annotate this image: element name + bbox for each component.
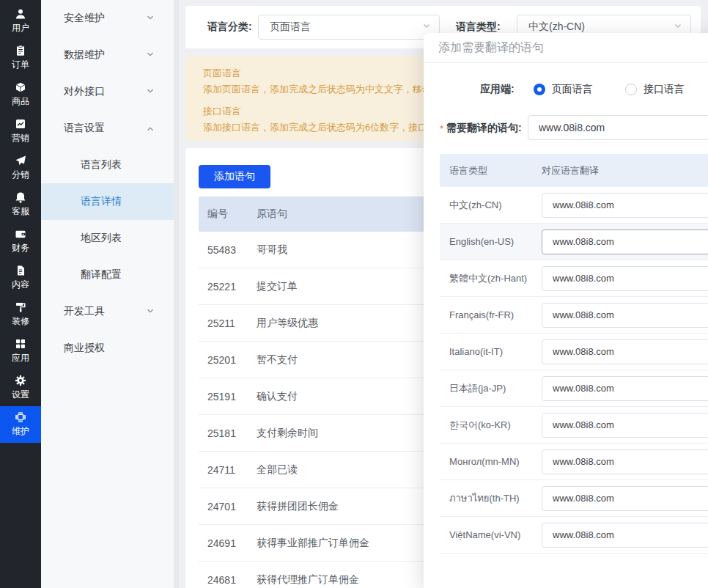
translation-input-繁體中文(zh-Hant)[interactable]: [542, 266, 708, 291]
radio-api-language[interactable]: 接口语言: [625, 83, 685, 96]
translation-input-ViệtName(vi-VN)[interactable]: [542, 523, 708, 548]
statement-text: 暂不支付: [257, 353, 298, 367]
menu-item-label: 商业授权: [64, 342, 105, 355]
language-row: ViệtName(vi-VN): [440, 517, 708, 554]
app-nav-label: 财务: [12, 242, 29, 254]
radio-page-language[interactable]: 页面语言: [534, 83, 593, 96]
translation-input-한국어(ko-KR)[interactable]: [542, 413, 708, 438]
menu-item-label: 地区列表: [81, 232, 122, 245]
statement-id: 24701: [199, 501, 257, 512]
column-header-id: 编号: [199, 207, 257, 221]
app-nav-finance[interactable]: 财务: [0, 223, 41, 260]
chevron-down-icon: [146, 12, 155, 24]
translation-table: 语言类型 对应语言翻译 中文(zh-CN)English(en-US)繁體中文(…: [440, 154, 708, 554]
statement-id: 24691: [199, 537, 257, 549]
app-nav-label: 商品: [12, 95, 29, 108]
service-bell-icon: [15, 191, 26, 203]
app-side-label: 应用端:: [480, 83, 515, 96]
app-nav-marketing[interactable]: 营销: [0, 113, 41, 150]
sidebar-item-翻译配置[interactable]: 翻译配置: [41, 257, 174, 293]
translation-input-日本語(ja-JP)[interactable]: [542, 376, 708, 401]
language-category-value: 页面语言: [270, 21, 311, 34]
app-nav-label: 设置: [12, 389, 29, 401]
app-nav-label: 内容: [12, 279, 29, 291]
app-nav-user[interactable]: 用户: [0, 3, 41, 40]
decorate-icon: [15, 301, 26, 313]
language-label: English(en-US): [440, 236, 542, 247]
radio-label: 页面语言: [552, 83, 593, 96]
app-nav-label: 应用: [12, 352, 29, 364]
language-category-select[interactable]: 页面语言: [258, 15, 440, 40]
statement-id: 25191: [199, 391, 257, 403]
language-row: Français(fr-FR): [440, 297, 708, 334]
app-nav-gear[interactable]: 设置: [0, 370, 41, 406]
app-nav-label: 营销: [12, 132, 29, 144]
app-nav-label: 订单: [12, 59, 29, 71]
sidebar-item-地区列表[interactable]: 地区列表: [41, 220, 174, 257]
add-statement-button[interactable]: 添加语句: [199, 165, 270, 188]
app-nav-chip[interactable]: 维护: [0, 406, 41, 443]
user-icon: [15, 8, 26, 20]
menu-item-label: 安全维护: [64, 12, 105, 25]
sidebar-item-商业授权[interactable]: 商业授权: [41, 330, 174, 367]
app-nav-decorate[interactable]: 装修: [0, 296, 41, 333]
sidebar-item-语言详情[interactable]: 语言详情: [41, 183, 174, 220]
statement-id: 55483: [199, 244, 257, 256]
sidebar-item-语言列表[interactable]: 语言列表: [41, 147, 174, 183]
sidebar-item-安全维护[interactable]: 安全维护: [41, 0, 174, 37]
language-label: Монгол(mn-MN): [440, 456, 542, 467]
app-side-row: 应用端: 页面语言 接口语言: [424, 76, 708, 103]
app-nav-distribution[interactable]: 分销: [0, 150, 41, 186]
language-label: Italiano(it-IT): [440, 346, 542, 357]
app-nav-apps[interactable]: 应用: [0, 333, 41, 370]
radio-unselected-icon: [625, 84, 637, 95]
menu-item-label: 对外接口: [64, 85, 105, 98]
required-asterisk: *: [440, 123, 443, 134]
add-translation-modal: 添加需要翻译的语句 应用端: 页面语言 接口语言 * 需要翻译的语句: 语言类型…: [424, 33, 708, 588]
sidebar-item-开发工具[interactable]: 开发工具: [41, 293, 174, 330]
chevron-down-icon: [673, 21, 683, 34]
translation-input-Монгол(mn-MN)[interactable]: [542, 449, 708, 474]
app-nav-label: 分销: [12, 169, 29, 181]
menu-item-label: 语言列表: [81, 158, 122, 172]
chevron-down-icon: [146, 86, 155, 98]
translation-input-ภาษาไทย(th-TH)[interactable]: [542, 486, 708, 511]
translate-statement-input[interactable]: [528, 115, 708, 140]
translation-input-English(en-US)[interactable]: [542, 229, 708, 254]
app-nav-goods[interactable]: 商品: [0, 76, 41, 113]
statement-id: 24711: [199, 464, 257, 476]
app-nav-label: 装修: [12, 315, 29, 328]
language-row: Монгол(mn-MN): [440, 444, 708, 480]
chevron-down-icon: [146, 49, 155, 61]
radio-selected-icon: [534, 84, 545, 95]
language-row: 한국어(ko-KR): [440, 407, 708, 444]
statement-id: 25201: [199, 354, 257, 366]
statement-text: 用户等级优惠: [257, 317, 318, 330]
app-nav-label: 客服: [12, 205, 29, 218]
app-nav-label: 用户: [12, 22, 29, 34]
app-nav-service-bell[interactable]: 客服: [0, 186, 41, 223]
translation-input-Français(fr-FR)[interactable]: [542, 303, 708, 328]
apps-icon: [15, 338, 26, 350]
statement-text: 支付剩余时间: [257, 427, 318, 440]
menu-item-label: 语言设置: [64, 122, 105, 135]
menu-item-label: 开发工具: [64, 305, 105, 318]
sub-sidebar: 安全维护数据维护对外接口语言设置语言列表语言详情地区列表翻译配置开发工具商业授权: [41, 0, 174, 588]
app-nav-content[interactable]: 内容: [0, 260, 41, 296]
app-nav-label: 维护: [12, 425, 29, 438]
app-nav-order[interactable]: 订单: [0, 40, 41, 76]
statement-text: 提交订单: [257, 280, 298, 293]
goods-icon: [15, 81, 26, 93]
translate-field-label: 需要翻译的语句:: [446, 122, 522, 135]
chevron-down-icon: [146, 306, 155, 317]
statement-text: 哥哥我: [257, 243, 287, 257]
statement-id: 24681: [199, 574, 257, 586]
sidebar-item-数据维护[interactable]: 数据维护: [41, 37, 174, 73]
sidebar-item-语言设置[interactable]: 语言设置: [41, 110, 174, 147]
statement-id: 25181: [199, 427, 257, 439]
content-icon: [15, 265, 26, 276]
translation-input-中文(zh-CN)[interactable]: [542, 193, 708, 218]
sidebar-item-对外接口[interactable]: 对外接口: [41, 73, 174, 110]
gear-icon: [15, 375, 26, 386]
translation-input-Italiano(it-IT)[interactable]: [542, 339, 708, 364]
